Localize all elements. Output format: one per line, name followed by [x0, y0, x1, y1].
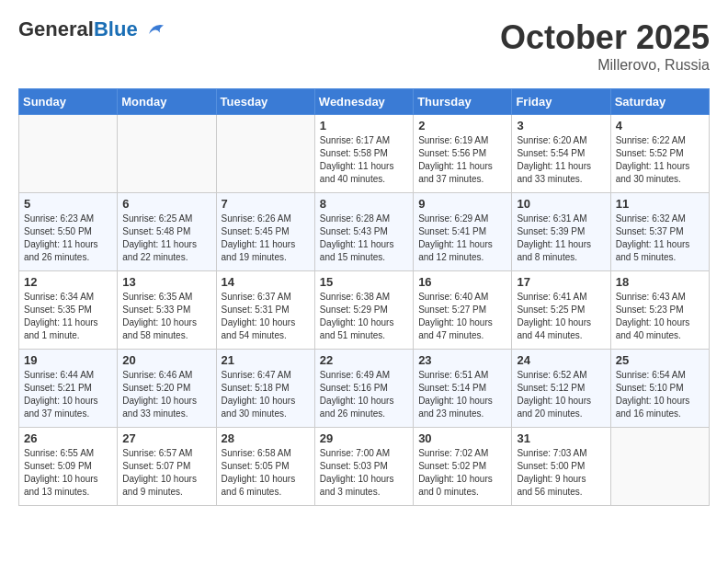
- day-info: Sunrise: 6:22 AMSunset: 5:52 PMDaylight:…: [616, 134, 704, 186]
- calendar-cell: 30Sunrise: 7:02 AMSunset: 5:02 PMDayligh…: [414, 428, 512, 506]
- day-number: 18: [616, 275, 704, 289]
- calendar-cell: 11Sunrise: 6:32 AMSunset: 5:37 PMDayligh…: [610, 193, 709, 271]
- calendar-cell: 5Sunrise: 6:23 AMSunset: 5:50 PMDaylight…: [19, 193, 118, 271]
- day-info: Sunrise: 6:52 AMSunset: 5:12 PMDaylight:…: [517, 369, 605, 420]
- calendar-cell: 28Sunrise: 6:58 AMSunset: 5:05 PMDayligh…: [216, 428, 314, 506]
- day-number: 8: [320, 197, 408, 211]
- calendar-week-row: 19Sunrise: 6:44 AMSunset: 5:21 PMDayligh…: [19, 350, 710, 428]
- day-info: Sunrise: 6:31 AMSunset: 5:39 PMDaylight:…: [517, 213, 605, 264]
- calendar-cell: 31Sunrise: 7:03 AMSunset: 5:00 PMDayligh…: [512, 428, 610, 506]
- location-subtitle: Millerovo, Russia: [500, 57, 710, 74]
- calendar-week-row: 12Sunrise: 6:34 AMSunset: 5:35 PMDayligh…: [19, 271, 710, 350]
- calendar-cell: 21Sunrise: 6:47 AMSunset: 5:18 PMDayligh…: [216, 350, 314, 428]
- day-info: Sunrise: 6:54 AMSunset: 5:10 PMDaylight:…: [616, 369, 704, 420]
- calendar-header-row: SundayMondayTuesdayWednesdayThursdayFrid…: [19, 89, 710, 115]
- day-number: 30: [418, 431, 506, 445]
- logo: GeneralBlue: [18, 18, 167, 41]
- day-info: Sunrise: 6:34 AMSunset: 5:35 PMDaylight:…: [24, 291, 112, 342]
- calendar-cell: [118, 115, 216, 193]
- day-info: Sunrise: 6:29 AMSunset: 5:41 PMDaylight:…: [418, 213, 506, 264]
- day-info: Sunrise: 7:02 AMSunset: 5:02 PMDaylight:…: [418, 447, 506, 499]
- day-number: 7: [222, 197, 310, 211]
- day-number: 11: [616, 197, 704, 211]
- calendar-cell: 14Sunrise: 6:37 AMSunset: 5:31 PMDayligh…: [216, 271, 314, 350]
- weekday-header: Monday: [118, 89, 216, 115]
- day-info: Sunrise: 6:55 AMSunset: 5:09 PMDaylight:…: [24, 447, 112, 499]
- calendar-cell: 25Sunrise: 6:54 AMSunset: 5:10 PMDayligh…: [610, 350, 709, 428]
- day-number: 1: [320, 119, 408, 132]
- month-title: October 2025: [500, 18, 710, 57]
- calendar-table: SundayMondayTuesdayWednesdayThursdayFrid…: [18, 88, 710, 506]
- page-header: GeneralBlue October 2025 Millerovo, Russ…: [18, 18, 710, 74]
- calendar-cell: 23Sunrise: 6:51 AMSunset: 5:14 PMDayligh…: [414, 350, 512, 428]
- day-info: Sunrise: 6:37 AMSunset: 5:31 PMDaylight:…: [222, 291, 310, 342]
- calendar-cell: 13Sunrise: 6:35 AMSunset: 5:33 PMDayligh…: [118, 271, 216, 350]
- day-number: 25: [616, 353, 704, 367]
- logo-general-text: General: [18, 17, 94, 40]
- calendar-cell: 18Sunrise: 6:43 AMSunset: 5:23 PMDayligh…: [610, 271, 709, 350]
- day-info: Sunrise: 6:44 AMSunset: 5:21 PMDaylight:…: [24, 369, 112, 420]
- calendar-cell: 2Sunrise: 6:19 AMSunset: 5:56 PMDaylight…: [414, 115, 512, 193]
- calendar-cell: [19, 115, 118, 193]
- calendar-cell: 26Sunrise: 6:55 AMSunset: 5:09 PMDayligh…: [19, 428, 118, 506]
- weekday-header: Tuesday: [216, 89, 314, 115]
- day-number: 21: [222, 353, 310, 367]
- calendar-cell: 9Sunrise: 6:29 AMSunset: 5:41 PMDaylight…: [414, 193, 512, 271]
- calendar-cell: 27Sunrise: 6:57 AMSunset: 5:07 PMDayligh…: [118, 428, 216, 506]
- day-number: 27: [122, 431, 210, 445]
- calendar-cell: 15Sunrise: 6:38 AMSunset: 5:29 PMDayligh…: [314, 271, 413, 350]
- day-number: 14: [222, 275, 310, 289]
- day-info: Sunrise: 6:49 AMSunset: 5:16 PMDaylight:…: [320, 369, 408, 420]
- weekday-header: Friday: [512, 89, 610, 115]
- day-info: Sunrise: 7:03 AMSunset: 5:00 PMDaylight:…: [517, 447, 605, 499]
- calendar-cell: 4Sunrise: 6:22 AMSunset: 5:52 PMDaylight…: [610, 115, 709, 193]
- calendar-week-row: 26Sunrise: 6:55 AMSunset: 5:09 PMDayligh…: [19, 428, 710, 506]
- day-info: Sunrise: 6:41 AMSunset: 5:25 PMDaylight:…: [517, 291, 605, 342]
- calendar-cell: 17Sunrise: 6:41 AMSunset: 5:25 PMDayligh…: [512, 271, 610, 350]
- day-number: 31: [517, 431, 605, 445]
- day-info: Sunrise: 6:38 AMSunset: 5:29 PMDaylight:…: [320, 291, 408, 342]
- weekday-header: Wednesday: [314, 89, 413, 115]
- day-info: Sunrise: 6:57 AMSunset: 5:07 PMDaylight:…: [122, 447, 210, 499]
- day-number: 15: [320, 275, 408, 289]
- calendar-cell: 3Sunrise: 6:20 AMSunset: 5:54 PMDaylight…: [512, 115, 610, 193]
- day-number: 5: [24, 197, 112, 211]
- day-number: 2: [418, 119, 506, 132]
- day-number: 9: [418, 197, 506, 211]
- day-info: Sunrise: 6:32 AMSunset: 5:37 PMDaylight:…: [616, 213, 704, 264]
- logo-blue-text: Blue: [94, 17, 138, 40]
- day-number: 28: [222, 431, 310, 445]
- calendar-cell: 24Sunrise: 6:52 AMSunset: 5:12 PMDayligh…: [512, 350, 610, 428]
- calendar-cell: 7Sunrise: 6:26 AMSunset: 5:45 PMDaylight…: [216, 193, 314, 271]
- calendar-cell: 19Sunrise: 6:44 AMSunset: 5:21 PMDayligh…: [19, 350, 118, 428]
- day-number: 19: [24, 353, 112, 367]
- day-info: Sunrise: 6:43 AMSunset: 5:23 PMDaylight:…: [616, 291, 704, 342]
- calendar-cell: [610, 428, 709, 506]
- day-info: Sunrise: 6:58 AMSunset: 5:05 PMDaylight:…: [222, 447, 310, 499]
- calendar-cell: 20Sunrise: 6:46 AMSunset: 5:20 PMDayligh…: [118, 350, 216, 428]
- day-info: Sunrise: 6:23 AMSunset: 5:50 PMDaylight:…: [24, 213, 112, 264]
- calendar-cell: 29Sunrise: 7:00 AMSunset: 5:03 PMDayligh…: [314, 428, 413, 506]
- day-number: 24: [517, 353, 605, 367]
- weekday-header: Saturday: [610, 89, 709, 115]
- calendar-cell: 12Sunrise: 6:34 AMSunset: 5:35 PMDayligh…: [19, 271, 118, 350]
- calendar-cell: 10Sunrise: 6:31 AMSunset: 5:39 PMDayligh…: [512, 193, 610, 271]
- day-info: Sunrise: 6:19 AMSunset: 5:56 PMDaylight:…: [418, 134, 506, 186]
- title-area: October 2025 Millerovo, Russia: [500, 18, 710, 74]
- day-number: 22: [320, 353, 408, 367]
- day-info: Sunrise: 7:00 AMSunset: 5:03 PMDaylight:…: [320, 447, 408, 499]
- day-info: Sunrise: 6:51 AMSunset: 5:14 PMDaylight:…: [418, 369, 506, 420]
- day-number: 13: [122, 275, 210, 289]
- calendar-week-row: 5Sunrise: 6:23 AMSunset: 5:50 PMDaylight…: [19, 193, 710, 271]
- day-number: 10: [517, 197, 605, 211]
- calendar-cell: 8Sunrise: 6:28 AMSunset: 5:43 PMDaylight…: [314, 193, 413, 271]
- day-number: 6: [122, 197, 210, 211]
- calendar-cell: 22Sunrise: 6:49 AMSunset: 5:16 PMDayligh…: [314, 350, 413, 428]
- logo-bird-icon: [145, 19, 167, 41]
- day-info: Sunrise: 6:35 AMSunset: 5:33 PMDaylight:…: [122, 291, 210, 342]
- calendar-cell: 16Sunrise: 6:40 AMSunset: 5:27 PMDayligh…: [414, 271, 512, 350]
- day-info: Sunrise: 6:46 AMSunset: 5:20 PMDaylight:…: [122, 369, 210, 420]
- calendar-week-row: 1Sunrise: 6:17 AMSunset: 5:58 PMDaylight…: [19, 115, 710, 193]
- day-number: 23: [418, 353, 506, 367]
- day-number: 4: [616, 119, 704, 132]
